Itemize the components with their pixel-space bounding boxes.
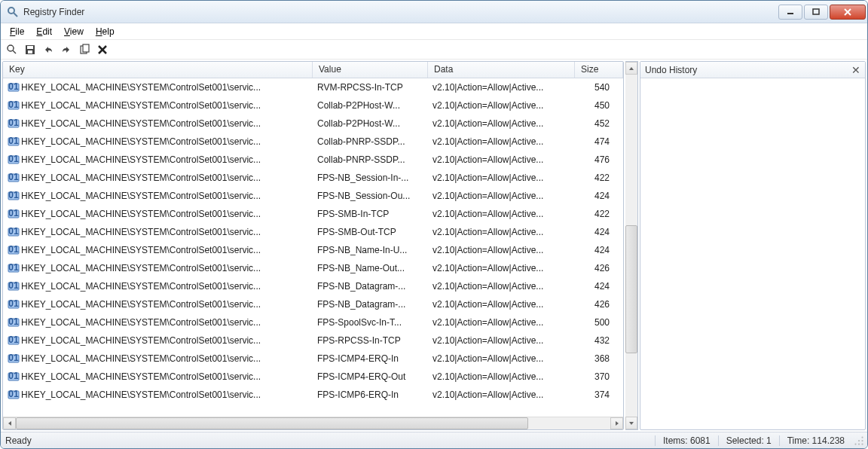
table-row[interactable]: 01HKEY_LOCAL_MACHINE\SYSTEM\ControlSet00… bbox=[3, 277, 623, 295]
svg-rect-9 bbox=[27, 46, 33, 49]
table-row[interactable]: 01HKEY_LOCAL_MACHINE\SYSTEM\ControlSet00… bbox=[3, 259, 623, 277]
svg-text:01: 01 bbox=[8, 316, 19, 327]
cell-key: 01HKEY_LOCAL_MACHINE\SYSTEM\ControlSet00… bbox=[3, 280, 313, 292]
cell-data: v2.10|Action=Allow|Active... bbox=[428, 299, 575, 310]
cell-size: 424 bbox=[575, 227, 623, 237]
column-data[interactable]: Data bbox=[428, 62, 575, 78]
scroll-up-button[interactable] bbox=[625, 62, 637, 75]
menu-edit[interactable]: Edit bbox=[30, 25, 58, 38]
resize-grip-icon[interactable] bbox=[852, 434, 866, 447]
cell-key: 01HKEY_LOCAL_MACHINE\SYSTEM\ControlSet00… bbox=[3, 81, 313, 93]
cell-size: 370 bbox=[575, 371, 623, 382]
table-body[interactable]: 01HKEY_LOCAL_MACHINE\SYSTEM\ControlSet00… bbox=[3, 78, 623, 417]
svg-rect-3 bbox=[813, 9, 819, 14]
minimize-button[interactable] bbox=[778, 5, 802, 20]
svg-point-54 bbox=[854, 443, 856, 444]
titlebar[interactable]: Registry Finder bbox=[1, 1, 867, 23]
cell-key: 01HKEY_LOCAL_MACHINE\SYSTEM\ControlSet00… bbox=[3, 316, 313, 328]
cell-value: Collab-P2PHost-W... bbox=[313, 100, 428, 111]
redo-icon[interactable] bbox=[60, 43, 73, 57]
hscroll-track[interactable] bbox=[16, 417, 610, 429]
hscroll-thumb[interactable] bbox=[16, 417, 528, 429]
statusbar: Ready Items: 6081 Selected: 1 Time: 114.… bbox=[1, 432, 867, 448]
menu-view[interactable]: View bbox=[58, 25, 90, 38]
table-row[interactable]: 01HKEY_LOCAL_MACHINE\SYSTEM\ControlSet00… bbox=[3, 368, 623, 386]
table-row[interactable]: 01HKEY_LOCAL_MACHINE\SYSTEM\ControlSet00… bbox=[3, 313, 623, 331]
close-button[interactable] bbox=[830, 5, 866, 20]
table-row[interactable]: 01HKEY_LOCAL_MACHINE\SYSTEM\ControlSet00… bbox=[3, 331, 623, 350]
undo-history-panel: Undo History ✕ bbox=[640, 61, 866, 430]
column-size[interactable]: Size bbox=[575, 62, 623, 78]
svg-text:01: 01 bbox=[8, 208, 19, 218]
table-row[interactable]: 01HKEY_LOCAL_MACHINE\SYSTEM\ControlSet00… bbox=[3, 115, 623, 133]
maximize-button[interactable] bbox=[804, 5, 828, 20]
panel-close-icon[interactable]: ✕ bbox=[851, 64, 860, 76]
cell-size: 500 bbox=[575, 317, 623, 328]
save-icon[interactable] bbox=[23, 43, 37, 57]
cell-data: v2.10|Action=Allow|Active... bbox=[428, 263, 575, 273]
cell-size: 432 bbox=[575, 335, 623, 346]
toolbar bbox=[1, 40, 867, 60]
cell-data: v2.10|Action=Allow|Active... bbox=[428, 118, 575, 129]
scroll-down-button[interactable] bbox=[625, 417, 637, 429]
table-row[interactable]: 01HKEY_LOCAL_MACHINE\SYSTEM\ControlSet00… bbox=[3, 151, 623, 169]
scroll-right-button[interactable] bbox=[610, 417, 623, 429]
cell-value: FPS-ICMP4-ERQ-Out bbox=[313, 371, 428, 382]
table-row[interactable]: 01HKEY_LOCAL_MACHINE\SYSTEM\ControlSet00… bbox=[3, 205, 623, 223]
menu-file[interactable]: File bbox=[4, 25, 30, 38]
status-items: Items: 6081 bbox=[655, 435, 718, 446]
menu-help[interactable]: Help bbox=[90, 25, 121, 38]
table-row[interactable]: 01HKEY_LOCAL_MACHINE\SYSTEM\ControlSet00… bbox=[3, 133, 623, 151]
panel-title: Undo History bbox=[645, 65, 851, 75]
cell-data: v2.10|Action=Allow|Active... bbox=[428, 335, 575, 346]
vscroll-track[interactable] bbox=[625, 75, 637, 417]
svg-line-7 bbox=[13, 50, 16, 53]
table-row[interactable]: 01HKEY_LOCAL_MACHINE\SYSTEM\ControlSet00… bbox=[3, 96, 623, 115]
table-row[interactable]: 01HKEY_LOCAL_MACHINE\SYSTEM\ControlSet00… bbox=[3, 223, 623, 241]
svg-text:01: 01 bbox=[8, 136, 19, 146]
cell-size: 422 bbox=[575, 173, 623, 183]
app-icon bbox=[7, 6, 19, 18]
cell-value: FPS-NB_Name-In-U... bbox=[313, 245, 428, 255]
svg-point-55 bbox=[858, 439, 860, 441]
table-row[interactable]: 01HKEY_LOCAL_MACHINE\SYSTEM\ControlSet00… bbox=[3, 295, 623, 313]
cell-key: 01HKEY_LOCAL_MACHINE\SYSTEM\ControlSet00… bbox=[3, 371, 313, 383]
window-title: Registry Finder bbox=[23, 7, 778, 17]
vertical-scrollbar[interactable] bbox=[625, 61, 638, 430]
undo-icon[interactable] bbox=[41, 43, 55, 57]
table-row[interactable]: 01HKEY_LOCAL_MACHINE\SYSTEM\ControlSet00… bbox=[3, 169, 623, 187]
cell-data: v2.10|Action=Allow|Active... bbox=[428, 371, 575, 382]
horizontal-scrollbar[interactable] bbox=[3, 417, 623, 429]
delete-icon[interactable] bbox=[96, 43, 109, 57]
cell-data: v2.10|Action=Allow|Active... bbox=[428, 154, 575, 165]
cell-data: v2.10|Action=Allow|Active... bbox=[428, 317, 575, 328]
cell-size: 426 bbox=[575, 299, 623, 310]
svg-text:01: 01 bbox=[8, 244, 19, 255]
cell-data: v2.10|Action=Allow|Active... bbox=[428, 389, 575, 400]
cell-key: 01HKEY_LOCAL_MACHINE\SYSTEM\ControlSet00… bbox=[3, 353, 313, 365]
cell-size: 450 bbox=[575, 100, 623, 111]
table-row[interactable]: 01HKEY_LOCAL_MACHINE\SYSTEM\ControlSet00… bbox=[3, 386, 623, 404]
cell-data: v2.10|Action=Allow|Active... bbox=[428, 82, 575, 93]
cell-size: 452 bbox=[575, 118, 623, 129]
cell-value: FPS-ICMP6-ERQ-In bbox=[313, 389, 428, 400]
table-row[interactable]: 01HKEY_LOCAL_MACHINE\SYSTEM\ControlSet00… bbox=[3, 350, 623, 368]
svg-text:01: 01 bbox=[8, 81, 19, 92]
cell-size: 424 bbox=[575, 245, 623, 255]
search-icon[interactable] bbox=[5, 43, 19, 57]
cell-value: FPS-NB_Datagram-... bbox=[313, 299, 428, 310]
svg-text:01: 01 bbox=[8, 172, 19, 182]
table-header: Key Value Data Size bbox=[3, 62, 623, 78]
column-key[interactable]: Key bbox=[3, 62, 313, 78]
table-row[interactable]: 01HKEY_LOCAL_MACHINE\SYSTEM\ControlSet00… bbox=[3, 241, 623, 259]
cell-key: 01HKEY_LOCAL_MACHINE\SYSTEM\ControlSet00… bbox=[3, 262, 313, 274]
cell-value: FPS-NB_Datagram-... bbox=[313, 281, 428, 292]
scroll-left-button[interactable] bbox=[3, 417, 16, 429]
cell-data: v2.10|Action=Allow|Active... bbox=[428, 191, 575, 201]
table-row[interactable]: 01HKEY_LOCAL_MACHINE\SYSTEM\ControlSet00… bbox=[3, 187, 623, 205]
vscroll-thumb[interactable] bbox=[625, 225, 637, 353]
table-row[interactable]: 01HKEY_LOCAL_MACHINE\SYSTEM\ControlSet00… bbox=[3, 78, 623, 96]
copy-icon[interactable] bbox=[78, 43, 91, 57]
cell-key: 01HKEY_LOCAL_MACHINE\SYSTEM\ControlSet00… bbox=[3, 99, 313, 111]
column-value[interactable]: Value bbox=[313, 62, 428, 78]
